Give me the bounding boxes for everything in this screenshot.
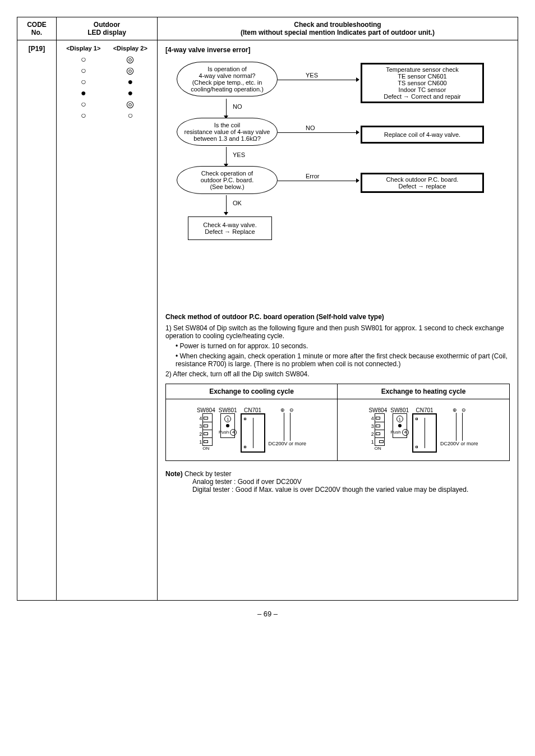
troubleshooting-table: CODE No. Outdoor LED display Check and t… xyxy=(17,17,518,601)
table-body-row: [P19] <Display 1> <Display 2> ○◎ ○◎ ○● ●… xyxy=(17,40,518,600)
arrow xyxy=(278,181,356,181)
result-replace-coil: Replace coil of 4-way valve. xyxy=(361,126,484,144)
cooling-header: Exchange to cooling cycle xyxy=(166,384,338,399)
yes-label: YES xyxy=(233,151,245,158)
led: ○ xyxy=(60,66,107,75)
connector-cn701 xyxy=(412,413,437,453)
method-title: Check method of outdoor P.C. board opera… xyxy=(165,313,510,321)
push-switch-sw801: 1 Push4 xyxy=(220,413,235,438)
note-line-3: Digital tester : Good if Max. value is o… xyxy=(192,486,510,494)
decision-operation-normal: Is operation of 4-way valve normal? (Che… xyxy=(177,62,278,96)
led: ◎ xyxy=(107,66,154,75)
t: Check 4-way valve. Defect → Replace xyxy=(203,222,256,235)
note-label: Note) xyxy=(165,470,183,478)
led-row: ○◎ xyxy=(60,99,154,110)
on-label: ON xyxy=(375,446,381,451)
flowchart: Is operation of 4-way valve normal? (Che… xyxy=(165,62,510,303)
t: Temperature sensor check TE sensor CN601… xyxy=(384,66,461,100)
sw801-label: SW801 xyxy=(390,407,409,413)
led: ● xyxy=(60,89,107,98)
main-cell: [4-way valve inverse error] Is operation… xyxy=(158,40,518,600)
led-row: ○● xyxy=(60,76,154,87)
exchange-table: Exchange to cooling cycle Exchange to he… xyxy=(165,384,510,461)
result-temp-sensor: Temperature sensor check TE sensor CN601… xyxy=(361,63,484,103)
led: ◎ xyxy=(107,55,154,64)
push-switch-sw801: 1 Push4 xyxy=(393,413,407,438)
t: Check outdoor P.C. board. Defect → repla… xyxy=(386,176,459,190)
display2-label: <Display 2> xyxy=(107,45,154,52)
circled-4: 4 xyxy=(402,429,409,436)
tester-probes: ⊕⊖ DC200V or more xyxy=(440,407,478,446)
t: Is operation of 4-way valve normal? (Che… xyxy=(182,66,273,93)
header-code: CODE No. xyxy=(17,17,57,40)
led-grid: ○◎ ○◎ ○● ●● ○◎ ○○ xyxy=(60,54,154,121)
heating-header: Exchange to heating cycle xyxy=(338,384,509,399)
led: ○ xyxy=(60,100,107,109)
code-cell: [P19] xyxy=(17,40,57,600)
page-number: – 69 – xyxy=(17,610,518,618)
tester-probes: ⊕⊖ DC200V or more xyxy=(269,407,307,446)
cn701-label: CN701 xyxy=(244,407,261,413)
dc-label: DC200V or more xyxy=(269,441,307,446)
heating-diagram: SW804 1234 xyxy=(338,399,509,460)
note-line-1: Check by tester xyxy=(185,470,231,478)
exchange-header: Exchange to cooling cycle Exchange to he… xyxy=(166,384,509,399)
t: Replace coil of 4-way valve. xyxy=(384,131,460,138)
plus-icon: ⊕ xyxy=(280,407,285,413)
check-method-section: Check method of outdoor P.C. board opera… xyxy=(165,313,510,378)
led: ○ xyxy=(107,111,154,120)
dot-icon xyxy=(226,424,229,427)
led: ◎ xyxy=(107,100,154,109)
arrow xyxy=(226,195,227,212)
code-value: [P19] xyxy=(29,45,45,53)
t: Check operation of outdoor P.C. board. (… xyxy=(182,170,273,190)
error-title: [4-way valve inverse error] xyxy=(165,46,510,54)
no-label: NO xyxy=(233,103,242,110)
note-section: Note) Check by tester Analog tester : Go… xyxy=(165,470,510,494)
decision-coil-resistance: Is the coil resistance value of 4-way va… xyxy=(177,118,278,146)
arrow xyxy=(226,99,227,116)
header-led: Outdoor LED display xyxy=(57,17,158,40)
minus-icon: ⊖ xyxy=(462,407,466,413)
sw804-label: SW804 xyxy=(368,407,387,413)
circled-1: 1 xyxy=(396,416,403,422)
led: ● xyxy=(107,89,154,98)
connector-cn701 xyxy=(241,413,265,453)
dot-icon xyxy=(398,424,402,427)
push-label: Push xyxy=(219,430,229,435)
arrow xyxy=(226,147,227,164)
arrow xyxy=(278,80,356,80)
led: ● xyxy=(107,77,154,86)
led-row: ○○ xyxy=(60,110,154,121)
t: Outdoor LED display xyxy=(87,21,126,36)
exchange-body: SW804 1234 xyxy=(166,399,509,460)
sw804-label: SW804 xyxy=(197,407,215,413)
cooling-diagram: SW804 1234 xyxy=(166,399,338,460)
ok-label: OK xyxy=(233,200,242,206)
minus-icon: ⊖ xyxy=(289,407,294,413)
method-step-1b: • When checking again, check operation 1… xyxy=(176,352,510,368)
led-row: ●● xyxy=(60,87,154,99)
header-check: Check and troubleshooting (Item without … xyxy=(158,17,518,40)
cn701-label: CN701 xyxy=(416,407,433,413)
method-step-1: 1) Set SW804 of Dip switch as the follow… xyxy=(165,324,510,340)
result-check-4way-valve: Check 4-way valve. Defect → Replace xyxy=(188,216,272,240)
arrow xyxy=(278,132,356,133)
led-cell: <Display 1> <Display 2> ○◎ ○◎ ○● ●● ○◎ ○… xyxy=(57,40,158,600)
t: Check and troubleshooting (Item without … xyxy=(241,21,435,36)
error-label: Error xyxy=(306,173,319,179)
yes-label: YES xyxy=(306,72,318,79)
dc-label: DC200V or more xyxy=(440,441,478,446)
display-headers: <Display 1> <Display 2> xyxy=(60,45,154,52)
t: CODE No. xyxy=(27,21,47,36)
dip-switch-sw804 xyxy=(375,413,385,446)
no-label: NO xyxy=(306,125,315,131)
decision-pc-board: Check operation of outdoor P.C. board. (… xyxy=(177,166,278,194)
method-step-2: 2) After check, turn off all the Dip swi… xyxy=(165,370,510,378)
led: ○ xyxy=(60,77,107,86)
t: Is the coil resistance value of 4-way va… xyxy=(182,122,273,142)
led-row: ○◎ xyxy=(60,54,154,65)
sw801-label: SW801 xyxy=(219,407,237,413)
method-step-1a: • Power is turned on for approx. 10 seco… xyxy=(176,342,510,350)
led: ○ xyxy=(60,111,107,120)
